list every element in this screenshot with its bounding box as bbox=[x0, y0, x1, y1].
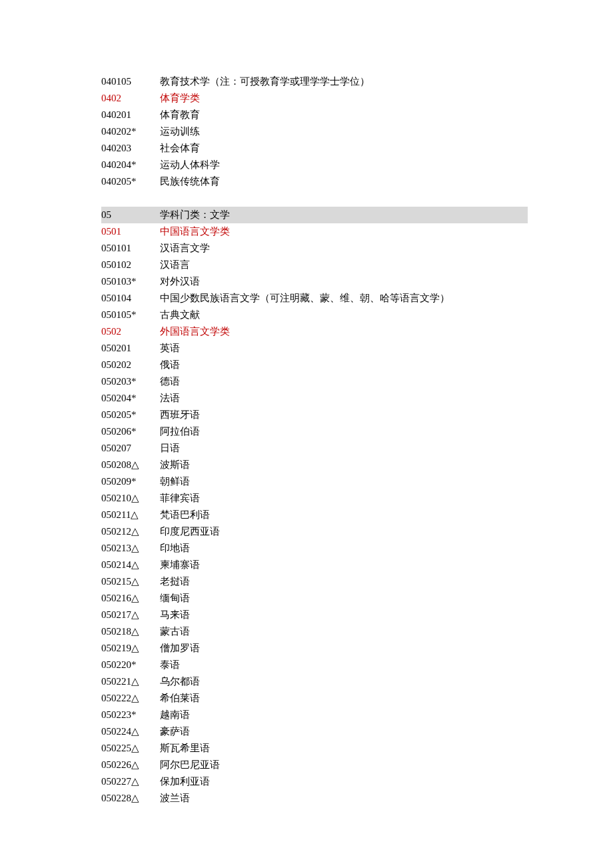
entry-row: 050228△波兰语 bbox=[101, 790, 528, 807]
entry-name: 学科门类：文学 bbox=[160, 207, 528, 223]
entry-code: 050209* bbox=[101, 473, 160, 490]
entry-row: 050202俄语 bbox=[101, 357, 528, 373]
entry-row: 050222△希伯莱语 bbox=[101, 690, 528, 707]
entry-code: 040202* bbox=[101, 123, 160, 140]
entry-code: 050104 bbox=[101, 290, 160, 307]
entry-row: 040202*运动训练 bbox=[101, 123, 528, 140]
entry-row: 050215△老挝语 bbox=[101, 573, 528, 590]
entry-name: 民族传统体育 bbox=[160, 173, 528, 190]
entry-name: 泰语 bbox=[160, 657, 528, 673]
entry-name: 社会体育 bbox=[160, 140, 528, 157]
entry-name: 教育技术学（注：可授教育学或理学学士学位） bbox=[160, 73, 528, 90]
entry-name: 僧加罗语 bbox=[160, 640, 528, 657]
entry-code: 050221△ bbox=[101, 673, 160, 690]
entry-code: 050206* bbox=[101, 423, 160, 440]
entry-code: 050225△ bbox=[101, 740, 160, 757]
entry-code: 040203 bbox=[101, 140, 160, 157]
entry-row: 050220*泰语 bbox=[101, 657, 528, 673]
entry-name: 波兰语 bbox=[160, 790, 528, 807]
entry-code: 050210△ bbox=[101, 490, 160, 507]
entry-name: 波斯语 bbox=[160, 457, 528, 473]
entry-row: 050214△柬埔寨语 bbox=[101, 557, 528, 573]
entry-code: 050227△ bbox=[101, 773, 160, 790]
entry-row: 050102汉语言 bbox=[101, 257, 528, 273]
section-header-row: 05学科门类：文学 bbox=[101, 207, 528, 223]
entry-name: 中国少数民族语言文学（可注明藏、蒙、维、朝、哈等语言文学） bbox=[160, 290, 528, 307]
entry-row: 050213△印地语 bbox=[101, 540, 528, 557]
entry-row: 050227△保加利亚语 bbox=[101, 773, 528, 790]
entry-name: 保加利亚语 bbox=[160, 773, 528, 790]
entry-row: 050216△缅甸语 bbox=[101, 590, 528, 607]
entry-name: 印度尼西亚语 bbox=[160, 523, 528, 540]
entry-name: 德语 bbox=[160, 373, 528, 390]
entry-name: 柬埔寨语 bbox=[160, 557, 528, 573]
entry-code: 040201 bbox=[101, 107, 160, 123]
entry-name: 希伯莱语 bbox=[160, 690, 528, 707]
entry-row: 050224△豪萨语 bbox=[101, 723, 528, 740]
entry-code: 050203* bbox=[101, 373, 160, 390]
entry-row: 050226△阿尔巴尼亚语 bbox=[101, 757, 528, 773]
entry-row: 050221△乌尔都语 bbox=[101, 673, 528, 690]
entry-code: 0501 bbox=[101, 223, 160, 240]
entry-name: 阿尔巴尼亚语 bbox=[160, 757, 528, 773]
category-row: 0402体育学类 bbox=[101, 90, 528, 107]
entry-code: 050204* bbox=[101, 390, 160, 407]
entry-name: 马来语 bbox=[160, 607, 528, 623]
entry-code: 050211△ bbox=[101, 507, 160, 523]
entry-code: 0402 bbox=[101, 90, 160, 107]
entry-name: 汉语言 bbox=[160, 257, 528, 273]
entry-row: 050104中国少数民族语言文学（可注明藏、蒙、维、朝、哈等语言文学） bbox=[101, 290, 528, 307]
entry-row: 040205*民族传统体育 bbox=[101, 173, 528, 190]
entry-code: 050213△ bbox=[101, 540, 160, 557]
entry-row: 050206*阿拉伯语 bbox=[101, 423, 528, 440]
entry-row: 040203社会体育 bbox=[101, 140, 528, 157]
entry-name: 斯瓦希里语 bbox=[160, 740, 528, 757]
entry-name: 运动训练 bbox=[160, 123, 528, 140]
entry-code: 05 bbox=[101, 207, 160, 223]
entry-row: 050225△斯瓦希里语 bbox=[101, 740, 528, 757]
entry-row: 040204*运动人体科学 bbox=[101, 157, 528, 173]
entry-code: 050226△ bbox=[101, 757, 160, 773]
blank-line bbox=[101, 190, 528, 207]
entry-code: 050214△ bbox=[101, 557, 160, 573]
entry-code: 050215△ bbox=[101, 573, 160, 590]
entry-row: 050201英语 bbox=[101, 340, 528, 357]
entry-name: 印地语 bbox=[160, 540, 528, 557]
entry-code: 050216△ bbox=[101, 590, 160, 607]
entry-code: 050217△ bbox=[101, 607, 160, 623]
entry-code: 050222△ bbox=[101, 690, 160, 707]
entry-name: 古典文献 bbox=[160, 307, 528, 323]
entry-row: 050210△菲律宾语 bbox=[101, 490, 528, 507]
entry-code: 050223* bbox=[101, 707, 160, 723]
entry-row: 050105*古典文献 bbox=[101, 307, 528, 323]
entry-row: 050205*西班牙语 bbox=[101, 407, 528, 423]
entry-row: 050209*朝鲜语 bbox=[101, 473, 528, 490]
entry-name: 对外汉语 bbox=[160, 273, 528, 290]
entry-row: 050218△蒙古语 bbox=[101, 623, 528, 640]
entry-row: 050217△马来语 bbox=[101, 607, 528, 623]
entry-code: 050105* bbox=[101, 307, 160, 323]
entry-name: 中国语言文学类 bbox=[160, 223, 528, 240]
entry-name: 朝鲜语 bbox=[160, 473, 528, 490]
entry-name: 法语 bbox=[160, 390, 528, 407]
entry-name: 梵语巴利语 bbox=[160, 507, 528, 523]
entry-name: 汉语言文学 bbox=[160, 240, 528, 257]
entry-row: 050219△僧加罗语 bbox=[101, 640, 528, 657]
entry-code: 050208△ bbox=[101, 457, 160, 473]
entry-code: 050103* bbox=[101, 273, 160, 290]
entry-code: 040205* bbox=[101, 173, 160, 190]
entry-row: 050204*法语 bbox=[101, 390, 528, 407]
entry-code: 040204* bbox=[101, 157, 160, 173]
entry-code: 050207 bbox=[101, 440, 160, 457]
category-row: 0502外国语言文学类 bbox=[101, 323, 528, 340]
entry-row: 050211△梵语巴利语 bbox=[101, 507, 528, 523]
entry-row: 050212△印度尼西亚语 bbox=[101, 523, 528, 540]
entry-code: 050220* bbox=[101, 657, 160, 673]
entry-name: 外国语言文学类 bbox=[160, 323, 528, 340]
entry-code: 050228△ bbox=[101, 790, 160, 807]
entry-row: 050207日语 bbox=[101, 440, 528, 457]
entry-row: 050208△波斯语 bbox=[101, 457, 528, 473]
document-page: 040105教育技术学（注：可授教育学或理学学士学位）0402体育学类04020… bbox=[0, 0, 528, 807]
entry-code: 050201 bbox=[101, 340, 160, 357]
entry-row: 050203*德语 bbox=[101, 373, 528, 390]
